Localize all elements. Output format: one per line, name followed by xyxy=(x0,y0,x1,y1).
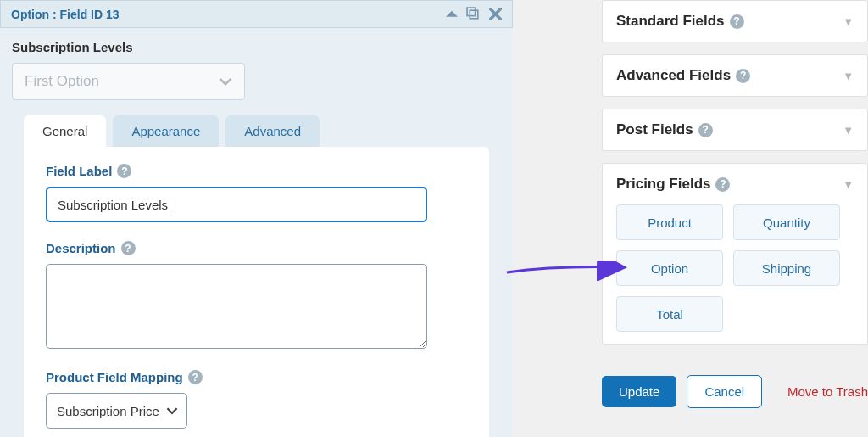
first-option-select[interactable]: First Option xyxy=(12,63,245,100)
tab-general[interactable]: General xyxy=(24,115,106,147)
input-field-label[interactable]: Subscription Levels xyxy=(46,187,427,222)
field-button-option[interactable]: Option xyxy=(616,250,723,286)
chevron-down-icon xyxy=(219,75,232,88)
panel-pricing-fields: Pricing Fields ? ▼ Product Quantity Opti… xyxy=(602,163,868,345)
chevron-down-icon: ▼ xyxy=(843,124,854,137)
help-icon[interactable]: ? xyxy=(117,164,131,178)
chevron-down-icon: ▼ xyxy=(843,178,854,191)
field-header-title: Option : Field ID 13 xyxy=(11,8,120,21)
move-to-trash-link[interactable]: Move to Trash xyxy=(787,384,868,399)
fields-sidebar: Standard Fields ? ▼ Advanced Fields ? ▼ … xyxy=(602,0,868,437)
first-option-placeholder: First Option xyxy=(25,73,99,90)
field-button-quantity[interactable]: Quantity xyxy=(733,204,840,240)
collapse-up-icon[interactable] xyxy=(446,8,458,20)
field-title: Subscription Levels xyxy=(12,40,501,54)
help-icon[interactable]: ? xyxy=(715,177,730,192)
tab-appearance[interactable]: Appearance xyxy=(113,115,219,147)
form-actions: Update Cancel Move to Trash xyxy=(602,375,868,408)
duplicate-icon[interactable] xyxy=(466,7,481,21)
help-icon[interactable]: ? xyxy=(698,123,713,137)
select-product-field-mapping[interactable]: Subscription Price xyxy=(46,393,187,429)
help-icon[interactable]: ? xyxy=(730,14,744,29)
panel-post-fields[interactable]: Post Fields ? ▼ xyxy=(602,109,868,151)
close-icon[interactable] xyxy=(489,8,502,20)
panel-standard-fields[interactable]: Standard Fields ? ▼ xyxy=(602,0,868,42)
text-cursor xyxy=(170,197,170,212)
update-button[interactable]: Update xyxy=(602,376,676,407)
chevron-down-icon: ▼ xyxy=(843,15,854,28)
help-icon[interactable]: ? xyxy=(121,241,136,255)
panel-advanced-fields[interactable]: Advanced Fields ? ▼ xyxy=(602,54,868,97)
field-header-bar[interactable]: Option : Field ID 13 xyxy=(0,0,513,28)
field-header-actions xyxy=(446,7,502,21)
tab-advanced[interactable]: Advanced xyxy=(225,115,320,147)
help-icon[interactable]: ? xyxy=(736,69,750,83)
field-button-product[interactable]: Product xyxy=(616,204,723,240)
field-editor: Option : Field ID 13 Subscription Levels… xyxy=(0,0,513,437)
tab-panel-general: Field Label ? Subscription Levels Descri… xyxy=(24,147,489,437)
field-button-shipping[interactable]: Shipping xyxy=(733,250,840,286)
pricing-fields-grid: Product Quantity Option Shipping Total xyxy=(603,204,867,344)
help-icon[interactable]: ? xyxy=(188,370,203,384)
settings-tabs: General Appearance Advanced xyxy=(24,115,501,147)
label-field-label: Field Label ? xyxy=(46,164,467,178)
chevron-down-icon: ▼ xyxy=(843,70,854,82)
label-product-field-mapping: Product Field Mapping ? xyxy=(46,370,467,384)
svg-rect-1 xyxy=(467,8,476,16)
label-description: Description ? xyxy=(46,241,467,255)
svg-rect-0 xyxy=(470,10,478,19)
input-description[interactable] xyxy=(46,264,427,349)
cancel-button[interactable]: Cancel xyxy=(687,375,762,408)
field-button-total[interactable]: Total xyxy=(616,296,723,332)
chevron-down-icon xyxy=(166,405,178,417)
